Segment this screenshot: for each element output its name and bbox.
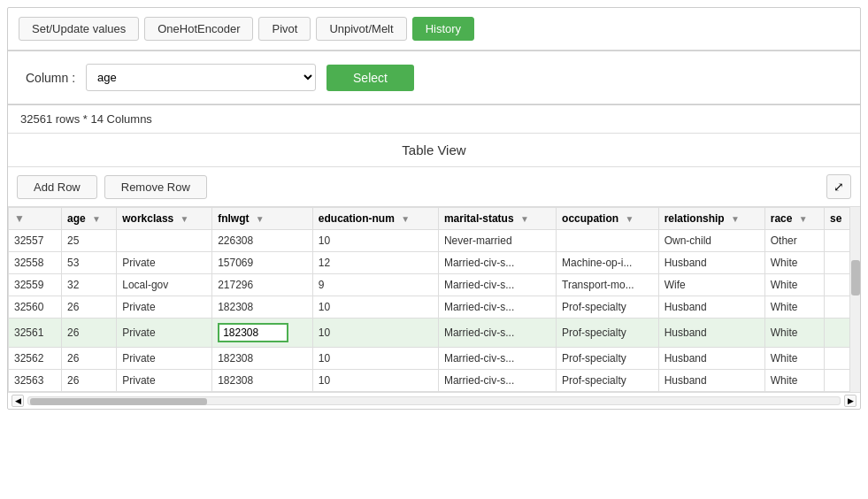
table-action-left: Add Row Remove Row (17, 175, 207, 199)
horizontal-scrollbar[interactable] (27, 396, 841, 405)
th-occupation[interactable]: occupation ▼ (557, 208, 659, 230)
table-cell: Husband (658, 252, 764, 274)
add-row-button[interactable]: Add Row (17, 175, 97, 199)
table-row[interactable]: 3256126Private10Married-civ-s...Prof-spe… (9, 319, 860, 348)
table-cell: Machine-op-i... (557, 252, 659, 274)
column-select[interactable]: ageworkclassfnlwgteducation-nummarital-s… (86, 64, 316, 91)
th-fnlwgt[interactable]: fnlwgt ▼ (212, 208, 313, 230)
table-cell: 32559 (9, 274, 62, 296)
table-cell: Private (117, 370, 212, 392)
scroll-left-arrow[interactable]: ◀ (12, 395, 24, 407)
toolbar: Set/Update values OneHotEncoder Pivot Un… (8, 8, 860, 50)
table-cell: Private (117, 348, 212, 370)
table-title: Table View (8, 134, 860, 167)
expand-button[interactable]: ⤢ (826, 174, 851, 199)
table-cell: 53 (62, 252, 117, 274)
th-age[interactable]: age ▼ (62, 208, 117, 230)
table-row[interactable]: 3256326Private18230810Married-civ-s...Pr… (9, 370, 860, 392)
table-cell: 26 (62, 319, 117, 348)
table-cell: Married-civ-s... (438, 296, 556, 319)
scroll-right-arrow[interactable]: ▶ (844, 395, 856, 407)
th-workclass[interactable]: workclass ▼ (117, 208, 212, 230)
table-cell: 32562 (9, 348, 62, 370)
filter-icon-occupation: ▼ (625, 214, 634, 224)
table-row[interactable]: 3255932Local-gov2172969Married-civ-s...T… (9, 274, 860, 296)
cell-input-fnlwgt[interactable] (218, 323, 288, 342)
th-marital-status[interactable]: marital-status ▼ (438, 208, 556, 230)
vertical-scrollbar[interactable] (849, 207, 860, 392)
horizontal-scrollbar-container: ◀ ▶ (8, 392, 860, 409)
table-actions: Add Row Remove Row ⤢ (8, 167, 860, 207)
column-selector-row: Column : ageworkclassfnlwgteducation-num… (8, 51, 860, 104)
filter-icon-rownum: ▼ (14, 212, 25, 225)
table-cell: 182308 (212, 370, 313, 392)
unpivot-melt-button[interactable]: Unpivot/Melt (316, 17, 406, 41)
table-cell: 157069 (212, 252, 313, 274)
table-cell: Prof-specialty (557, 370, 659, 392)
table-row[interactable]: 3256226Private18230810Married-civ-s...Pr… (9, 348, 860, 370)
table-cell: 10 (312, 296, 438, 319)
table-row[interactable]: 3255853Private15706912Married-civ-s...Ma… (9, 252, 860, 274)
table-cell: Married-civ-s... (438, 370, 556, 392)
set-update-values-button[interactable]: Set/Update values (19, 17, 139, 41)
table-cell: Private (117, 296, 212, 319)
table-cell: 26 (62, 296, 117, 319)
filter-icon-age: ▼ (92, 214, 101, 224)
table-cell: Husband (658, 319, 764, 348)
row-count-text: 32561 rows * 14 Columns (20, 112, 152, 126)
table-cell: 32563 (9, 370, 62, 392)
table-cell (117, 230, 212, 252)
select-button[interactable]: Select (326, 65, 414, 91)
filter-icon-relationship: ▼ (731, 214, 740, 224)
table-cell: Transport-mo... (557, 274, 659, 296)
th-race[interactable]: race ▼ (764, 208, 824, 230)
table-cell: 25 (62, 230, 117, 252)
table-row[interactable]: 325572522630810Never-marriedOwn-childOth… (9, 230, 860, 252)
table-cell: 26 (62, 348, 117, 370)
th-relationship[interactable]: relationship ▼ (658, 208, 764, 230)
table-cell: Married-civ-s... (438, 274, 556, 296)
table-cell: Private (117, 252, 212, 274)
expand-icon: ⤢ (833, 180, 844, 194)
one-hot-encoder-button[interactable]: OneHotEncoder (144, 17, 253, 41)
table-cell (557, 230, 659, 252)
table-wrapper: ▼ age ▼ workclass ▼ fnlwgt ▼ (8, 207, 860, 409)
table-cell: White (764, 252, 824, 274)
table-cell: Prof-specialty (557, 348, 659, 370)
filter-icon-marital-status: ▼ (520, 214, 529, 224)
table-cell: Wife (658, 274, 764, 296)
table-cell: Own-child (658, 230, 764, 252)
table-cell: 10 (312, 348, 438, 370)
table-cell: 182308 (212, 348, 313, 370)
table-cell: White (764, 319, 824, 348)
th-rownum: ▼ (9, 208, 62, 230)
table-cell: 26 (62, 370, 117, 392)
table-row[interactable]: 3256026Private18230810Married-civ-s...Pr… (9, 296, 860, 319)
remove-row-button[interactable]: Remove Row (104, 175, 207, 199)
scrollbar-thumb-h (30, 398, 207, 405)
table-cell: 10 (312, 370, 438, 392)
table-cell: 32560 (9, 296, 62, 319)
scrollbar-thumb-v (851, 260, 860, 296)
table-cell[interactable] (212, 319, 313, 348)
table-cell: 32557 (9, 230, 62, 252)
table-cell: Local-gov (117, 274, 212, 296)
history-button[interactable]: History (412, 17, 474, 41)
table-cell: Prof-specialty (557, 296, 659, 319)
table-cell: 32561 (9, 319, 62, 348)
table-cell: 226308 (212, 230, 313, 252)
table-cell: 32 (62, 274, 117, 296)
table-header-row: ▼ age ▼ workclass ▼ fnlwgt ▼ (9, 208, 860, 230)
table-cell: 10 (312, 230, 438, 252)
table-cell: 12 (312, 252, 438, 274)
pivot-button[interactable]: Pivot (258, 17, 311, 41)
table-cell: Married-civ-s... (438, 348, 556, 370)
filter-icon-education-num: ▼ (401, 214, 410, 224)
filter-icon-race: ▼ (799, 214, 808, 224)
table-cell: 217296 (212, 274, 313, 296)
table-cell: Husband (658, 348, 764, 370)
table-cell: Married-civ-s... (438, 319, 556, 348)
th-education-num[interactable]: education-num ▼ (312, 208, 438, 230)
table-cell: White (764, 296, 824, 319)
table-cell: 182308 (212, 296, 313, 319)
